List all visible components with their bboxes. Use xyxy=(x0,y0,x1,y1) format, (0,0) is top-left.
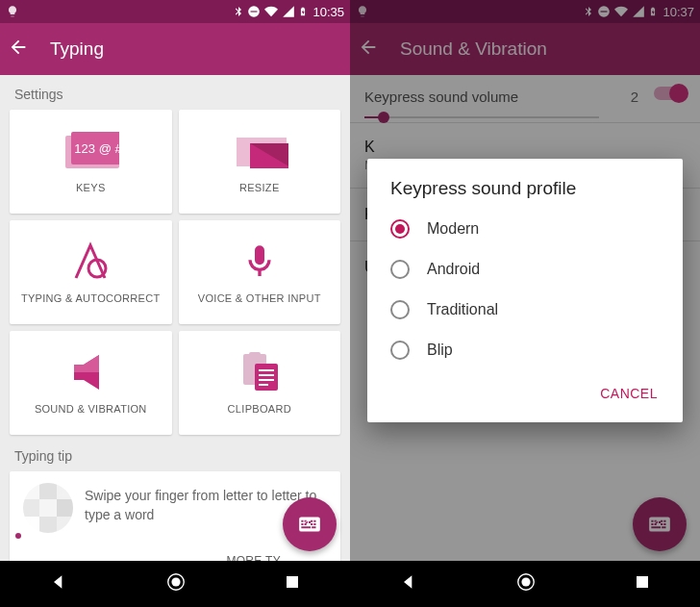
nav-back-icon[interactable] xyxy=(49,572,68,595)
settings-grid: 123 @ # KEYS RESIZE TYPING & AUTOCORRECT xyxy=(0,110,350,435)
bluetooth-icon xyxy=(233,5,244,18)
card-typing-autocorrect[interactable]: TYPING & AUTOCORRECT xyxy=(10,220,172,324)
nav-home-icon[interactable] xyxy=(515,571,537,596)
speaker-icon xyxy=(62,351,119,393)
settings-section-label: Settings xyxy=(0,75,350,110)
radio-icon xyxy=(390,219,410,239)
svg-rect-1 xyxy=(251,11,258,12)
card-label: CLIPBOARD xyxy=(224,403,295,415)
keyboard-fab[interactable] xyxy=(283,497,337,551)
option-modern[interactable]: Modern xyxy=(371,209,679,249)
svg-rect-17 xyxy=(287,576,298,588)
clipboard-icon xyxy=(231,351,288,393)
tip-thumbnail-icon xyxy=(23,483,73,533)
signal-icon xyxy=(282,5,295,18)
dialog-title: Keypress sound profile xyxy=(371,178,679,209)
radio-icon xyxy=(390,300,410,319)
svg-text:123 @ #: 123 @ # xyxy=(75,141,120,156)
trace-dot-icon xyxy=(15,533,21,539)
card-label: TYPING & AUTOCORRECT xyxy=(17,292,164,304)
keyboard-icon xyxy=(297,512,322,537)
page-title: Typing xyxy=(50,38,104,60)
nav-back-icon[interactable] xyxy=(399,572,418,595)
card-label: KEYS xyxy=(72,182,110,193)
screenshot-left: 10:35 Typing Settings 123 @ # KEYS xyxy=(0,0,350,607)
wifi-icon xyxy=(263,5,279,18)
app-bar: Typing xyxy=(0,23,350,75)
option-traditional[interactable]: Traditional xyxy=(371,290,679,330)
card-clipboard[interactable]: CLIPBOARD xyxy=(179,331,341,435)
battery-icon xyxy=(298,5,308,18)
card-sound-vibration[interactable]: SOUND & VIBRATION xyxy=(10,331,172,435)
svg-rect-13 xyxy=(259,379,274,381)
option-label: Blip xyxy=(427,341,453,359)
svg-rect-10 xyxy=(255,364,278,391)
svg-point-21 xyxy=(521,577,530,586)
option-label: Traditional xyxy=(427,301,498,318)
keys-icon: 123 @ # xyxy=(62,130,119,172)
screenshot-right: 10:37 Sound & Vibration Keypress sound v… xyxy=(350,0,700,607)
radio-icon xyxy=(390,260,410,279)
svg-rect-12 xyxy=(259,374,274,376)
card-keys[interactable]: 123 @ # KEYS xyxy=(10,110,172,214)
mic-icon xyxy=(231,240,288,283)
status-bar: 10:35 xyxy=(0,0,350,23)
nav-home-icon[interactable] xyxy=(165,571,187,596)
svg-rect-11 xyxy=(259,369,274,371)
option-label: Android xyxy=(427,261,480,278)
more-tips-button[interactable]: MORE TY xyxy=(226,554,281,561)
nav-recent-icon[interactable] xyxy=(284,573,301,594)
content-scroll[interactable]: Settings 123 @ # KEYS RESIZE xyxy=(0,75,350,561)
radio-icon xyxy=(390,341,410,360)
svg-rect-9 xyxy=(249,352,261,358)
card-label: VOICE & OTHER INPUT xyxy=(194,292,325,304)
nav-recent-icon[interactable] xyxy=(634,573,651,594)
bulb-icon xyxy=(6,5,19,18)
sound-profile-dialog: Keypress sound profile Modern Android Tr… xyxy=(367,159,683,422)
autocorrect-icon xyxy=(62,240,119,283)
tip-section-label: Typing tip xyxy=(0,435,350,471)
card-voice-input[interactable]: VOICE & OTHER INPUT xyxy=(179,220,341,324)
back-icon[interactable] xyxy=(8,37,29,62)
svg-rect-14 xyxy=(259,384,268,386)
nav-bar xyxy=(0,561,350,607)
status-clock: 10:35 xyxy=(312,5,344,19)
card-label: SOUND & VIBRATION xyxy=(31,403,151,415)
card-resize[interactable]: RESIZE xyxy=(179,110,341,214)
svg-point-16 xyxy=(171,577,180,586)
card-label: RESIZE xyxy=(236,182,284,193)
option-android[interactable]: Android xyxy=(371,249,679,290)
option-blip[interactable]: Blip xyxy=(371,330,679,370)
dnd-icon xyxy=(247,5,261,18)
svg-rect-22 xyxy=(637,576,648,588)
nav-bar xyxy=(350,561,700,607)
option-label: Modern xyxy=(427,220,479,238)
cancel-button[interactable]: CANCEL xyxy=(592,378,665,409)
resize-icon xyxy=(231,130,288,172)
